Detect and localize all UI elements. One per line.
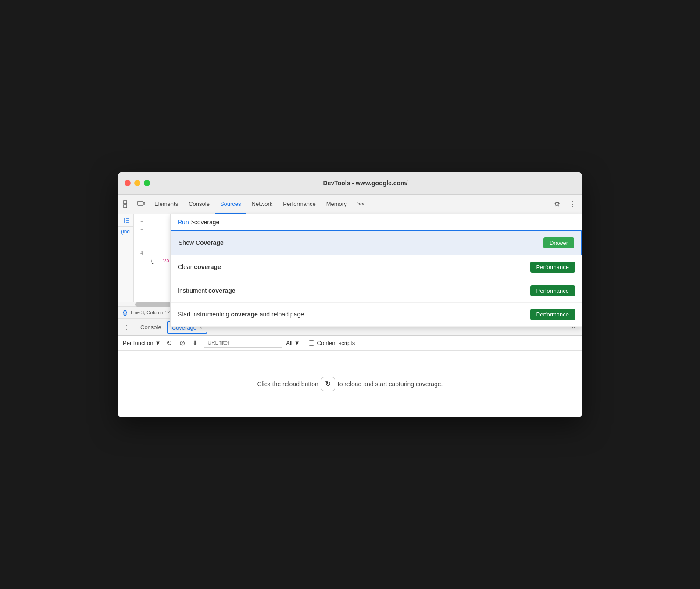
command-item-start-instrumenting[interactable]: Start instrumenting coverage and reload … (171, 303, 582, 327)
download-coverage-button[interactable]: ⬇ (190, 338, 200, 348)
content-scripts-label: Content scripts (317, 340, 355, 346)
minimize-button[interactable] (134, 180, 140, 186)
empty-state-text-after: to reload and start capturing coverage. (338, 381, 443, 388)
cursor-position: Line 3, Column 1271 (131, 310, 175, 315)
status-bar-left: {} Line 3, Column 1271 (123, 309, 175, 316)
content-scripts-checkbox[interactable] (309, 340, 314, 346)
svg-rect-1 (124, 205, 127, 208)
clear-coverage-button[interactable]: ⊘ (177, 338, 187, 348)
command-item-text-show: Show Coverage (179, 239, 224, 246)
close-button[interactable] (125, 180, 131, 186)
inline-reload-icon[interactable]: ↻ (321, 377, 335, 391)
command-item-show-coverage[interactable]: Show Coverage Drawer (171, 230, 582, 255)
tab-network[interactable]: Network (246, 194, 278, 214)
command-overlay: Run >coverage Show Coverage Drawer Cle (170, 214, 582, 327)
tab-console[interactable]: Console (183, 194, 215, 214)
command-item-text-instrument: Instrument coverage (178, 287, 236, 294)
tab-elements[interactable]: Elements (149, 194, 183, 214)
devtools-body: Elements Console Sources Network Perform… (118, 195, 582, 417)
svg-rect-4 (122, 218, 125, 223)
drawer: ⋮ Console Coverage × × Per function ▼ ↻ … (118, 319, 582, 417)
per-function-dropdown-icon: ▼ (155, 340, 161, 346)
command-item-text-clear: Clear coverage (178, 263, 221, 270)
window-title: DevTools - www.google.com/ (155, 180, 575, 187)
all-dropdown-icon: ▼ (294, 340, 300, 346)
tab-performance[interactable]: Performance (278, 194, 321, 214)
tab-more[interactable]: >> (352, 194, 369, 214)
command-item-text-start: Start instrumenting coverage and reload … (178, 311, 304, 318)
titlebar: DevTools - www.google.com/ (118, 172, 582, 195)
more-options-icon[interactable]: ⋮ (567, 198, 579, 210)
svg-rect-0 (124, 201, 127, 204)
devtools-content: (ind – – – – 4 – (118, 214, 582, 306)
badge-performance-2: Performance (530, 285, 575, 296)
reload-coverage-button[interactable]: ↻ (164, 338, 174, 348)
tabs-actions: ⚙ ⋮ (551, 198, 579, 210)
content-scripts-checkbox-group: Content scripts (309, 340, 355, 346)
svg-rect-3 (143, 202, 145, 205)
line-num-2: – (134, 226, 143, 233)
command-item-clear-coverage[interactable]: Clear coverage Performance (171, 255, 582, 279)
command-items: Show Coverage Drawer Clear coverage Perf… (171, 230, 582, 327)
inspect-element-icon[interactable] (121, 198, 133, 210)
all-label: All (286, 340, 292, 346)
coverage-toolbar: Per function ▼ ↻ ⊘ ⬇ All ▼ Content scrip… (118, 336, 582, 351)
source-sidebar: (ind (118, 214, 134, 302)
line-num-1: – (134, 218, 143, 226)
drawer-tab-console[interactable]: Console (135, 319, 167, 335)
command-run-row: Run >coverage (171, 214, 582, 230)
empty-state-text-before: Click the reload button (257, 381, 318, 388)
drawer-menu-icon[interactable]: ⋮ (121, 322, 132, 332)
badge-drawer: Drawer (543, 237, 574, 248)
svg-rect-2 (138, 201, 143, 205)
maximize-button[interactable] (144, 180, 150, 186)
sidebar-item[interactable]: (ind (118, 227, 133, 237)
settings-icon[interactable]: ⚙ (551, 198, 563, 210)
tab-memory[interactable]: Memory (321, 194, 352, 214)
traffic-lights (125, 180, 150, 186)
line-num-3: – (134, 233, 143, 241)
pretty-print-icon[interactable]: {} (123, 309, 127, 316)
badge-performance-1: Performance (530, 262, 575, 273)
command-text: >coverage (191, 219, 220, 226)
badge-performance-3: Performance (530, 309, 575, 320)
all-filter-dropdown[interactable]: All ▼ (286, 340, 300, 346)
sidebar-toggle-btn[interactable] (118, 214, 133, 227)
per-function-label: Per function (123, 340, 153, 346)
responsive-icon[interactable] (135, 198, 147, 210)
line-num-4: – (134, 241, 143, 249)
command-item-instrument-coverage[interactable]: Instrument coverage Performance (171, 279, 582, 303)
line-num-5: 4 (134, 249, 143, 257)
empty-state: Click the reload button ↻ to reload and … (118, 351, 582, 417)
run-label: Run (178, 219, 189, 226)
devtools-tabs-bar: Elements Console Sources Network Perform… (118, 195, 582, 214)
per-function-dropdown[interactable]: Per function ▼ (123, 340, 161, 346)
url-filter-input[interactable] (204, 338, 282, 348)
tab-sources[interactable]: Sources (215, 194, 246, 214)
line-num-6: – (134, 257, 143, 265)
devtools-window: DevTools - www.google.com/ Elements (118, 172, 582, 417)
